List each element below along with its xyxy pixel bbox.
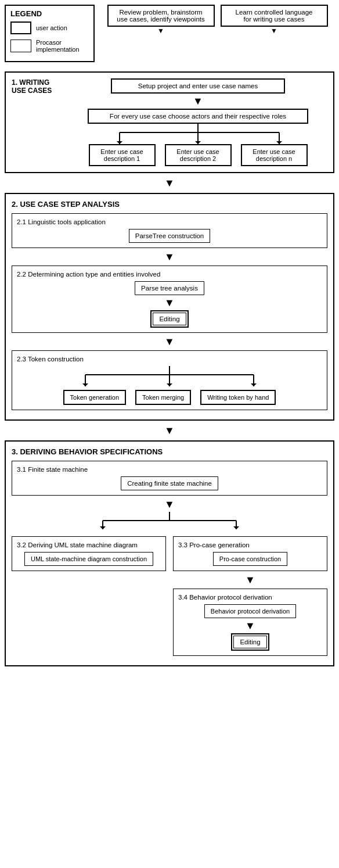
top-arrows: ▼ ▼ bbox=[107, 27, 328, 35]
desc-boxes-row: Enter use case description 1 Enter use c… bbox=[68, 144, 327, 166]
arrow-pta-editing: ▼ bbox=[164, 297, 175, 308]
arrow-31-split: ▼ bbox=[12, 499, 327, 510]
learn-box: Learn controlled language for writing us… bbox=[221, 5, 328, 27]
section2: 2. USE CASE STEP ANALYSIS 2.1 Linguistic… bbox=[5, 193, 334, 421]
arrow-down-1: ▼ bbox=[157, 27, 164, 35]
section3-title: 3. DERIVING BEHAVIOR SPECIFICATIONS bbox=[12, 447, 327, 456]
legend-user-action: user action bbox=[10, 21, 89, 34]
sub-section-31: 3.1 Finite state machine Creating finite… bbox=[12, 461, 327, 496]
s3-parallel: 3.2 Deriving UML state machine diagram U… bbox=[12, 533, 327, 659]
uml-construction-box: UML state-machine diagram construction bbox=[24, 552, 153, 566]
section1-title: 1. WRITING USE CASES bbox=[12, 78, 64, 95]
svg-marker-11 bbox=[82, 383, 88, 386]
descn-box: Enter use case description n bbox=[241, 144, 308, 166]
setup-box: Setup project and enter use case names bbox=[111, 78, 285, 94]
token-generation-box: Token generation bbox=[63, 390, 126, 405]
sub-section-22: 2.2 Determining action type and entities… bbox=[12, 266, 327, 333]
user-action-icon bbox=[10, 21, 31, 34]
branch-svg-s3 bbox=[39, 512, 300, 529]
svg-marker-21 bbox=[233, 526, 239, 529]
svg-marker-15 bbox=[251, 383, 257, 386]
creating-fsm-box: Creating finite state machine bbox=[121, 476, 218, 490]
behavior-derivation-box: Behavior protocol derivation bbox=[204, 604, 296, 618]
sub-section-33: 3.3 Pro-case generation Pro-case constru… bbox=[173, 536, 327, 571]
token-row: Token generation Token merging Writing t… bbox=[17, 390, 322, 405]
parse-tree-analysis-box: Parse tree analysis bbox=[135, 281, 204, 295]
sub21-title: 2.1 Linguistic tools application bbox=[17, 218, 322, 225]
svg-marker-19 bbox=[100, 526, 106, 529]
editing2-box: Editing bbox=[233, 636, 266, 648]
editing1-outer[interactable]: Editing bbox=[150, 310, 188, 328]
token-merging-box: Token merging bbox=[135, 390, 191, 405]
branch-svg-s23 bbox=[48, 366, 291, 386]
sub-section-21: 2.1 Linguistic tools application ParseTr… bbox=[12, 213, 327, 248]
legend: LEGEND user action Procasor implementati… bbox=[5, 5, 95, 62]
page: LEGEND user action Procasor implementati… bbox=[0, 0, 339, 676]
sub34-title: 3.4 Behavior protocol derivation bbox=[178, 594, 322, 601]
arrow-21-22: ▼ bbox=[12, 252, 327, 262]
section3: 3. DERIVING BEHAVIOR SPECIFICATIONS 3.1 … bbox=[5, 440, 334, 666]
sub-section-23: 2.3 Token construction Token generation … bbox=[12, 350, 327, 410]
sub31-title: 3.1 Finite state machine bbox=[17, 466, 322, 473]
section2-title: 2. USE CASE STEP ANALYSIS bbox=[12, 200, 327, 209]
proc-icon bbox=[10, 40, 31, 52]
top-two-boxes: Review problem, brainstorm use cases, id… bbox=[107, 5, 328, 27]
editing1-box: Editing bbox=[153, 313, 186, 325]
sub32-title: 3.2 Deriving UML state machine diagram bbox=[17, 541, 161, 548]
sub33-title: 3.3 Pro-case generation bbox=[178, 541, 322, 548]
top-boxes-area: Review problem, brainstorm use cases, id… bbox=[100, 5, 334, 35]
arrow-33-34: ▼ bbox=[173, 575, 327, 585]
actors-box: For every use case choose actors and the… bbox=[88, 109, 308, 124]
svg-marker-13 bbox=[167, 383, 172, 386]
editing2-outer[interactable]: Editing bbox=[231, 633, 269, 651]
arrow-22-23: ▼ bbox=[12, 336, 327, 347]
user-action-label: user action bbox=[36, 24, 67, 31]
arrow-bd-editing: ▼ bbox=[245, 620, 255, 631]
review-box: Review problem, brainstorm use cases, id… bbox=[107, 5, 215, 27]
sub-section-34: 3.4 Behavior protocol derivation Behavio… bbox=[173, 589, 327, 656]
sub22-title: 2.2 Determining action type and entities… bbox=[17, 271, 322, 278]
arrow-down-setup: ▼ bbox=[193, 96, 203, 106]
arrow-s2-s3: ▼ bbox=[5, 425, 334, 436]
header-area: LEGEND user action Procasor implementati… bbox=[5, 5, 334, 67]
legend-proc: Procasor implementation bbox=[10, 39, 89, 53]
section1: 1. WRITING USE CASES Setup project and e… bbox=[5, 71, 334, 173]
parse-tree-construction-box: ParseTree construction bbox=[129, 229, 210, 243]
legend-title: LEGEND bbox=[10, 9, 89, 18]
branch-svg-s1 bbox=[88, 124, 308, 144]
arrow-down-2: ▼ bbox=[271, 27, 277, 35]
arrow-s1-s2: ▼ bbox=[5, 178, 334, 188]
writing-token-box: Writing token by hand bbox=[200, 390, 276, 405]
sub-section-32: 3.2 Deriving UML state machine diagram U… bbox=[12, 536, 166, 571]
desc2-box: Enter use case description 2 bbox=[165, 144, 232, 166]
desc1-box: Enter use case description 1 bbox=[89, 144, 156, 166]
pro-case-construction-box: Pro-case construction bbox=[213, 552, 287, 566]
proc-label: Procasor implementation bbox=[36, 39, 89, 53]
sub23-title: 2.3 Token construction bbox=[17, 356, 322, 363]
